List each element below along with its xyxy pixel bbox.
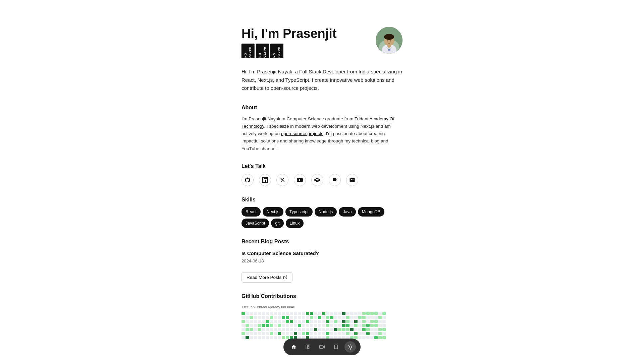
lets-talk-title: Let's Talk — [241, 162, 402, 171]
contrib-cell — [314, 324, 317, 327]
contrib-cell — [262, 328, 265, 331]
contrib-col — [378, 312, 382, 339]
read-more-button[interactable]: Read More Posts — [241, 272, 292, 283]
contrib-cell — [250, 320, 253, 323]
contrib-cell — [342, 312, 345, 315]
contrib-cell — [350, 328, 354, 331]
opensource-link[interactable]: open-source projects — [281, 131, 323, 136]
contrib-col — [370, 312, 374, 339]
contrib-cell — [274, 312, 277, 315]
contrib-cell — [354, 324, 358, 327]
contrib-cell — [322, 320, 325, 323]
email-icon[interactable] — [346, 174, 358, 186]
lets-talk-section: Let's Talk — [241, 162, 402, 186]
contrib-cell — [266, 336, 269, 339]
contrib-cell — [374, 332, 378, 335]
contrib-cell — [318, 328, 321, 331]
linkedin-icon[interactable] — [259, 174, 271, 186]
contrib-cell — [354, 320, 358, 323]
contrib-cell — [294, 320, 297, 323]
contrib-cell — [322, 328, 325, 331]
contrib-cell — [338, 332, 341, 335]
contrib-cell — [334, 312, 337, 315]
contrib-cell — [298, 332, 301, 335]
contrib-cell — [326, 332, 329, 335]
contrib-cell — [241, 316, 245, 319]
contrib-cell — [262, 324, 265, 327]
twitter-x-icon[interactable] — [276, 174, 288, 186]
svg-marker-13 — [323, 346, 325, 348]
github-icon[interactable] — [241, 174, 254, 186]
contrib-cell — [254, 324, 257, 327]
contrib-cell — [270, 328, 273, 331]
contrib-cell — [274, 316, 277, 319]
youtube-icon[interactable] — [294, 174, 306, 186]
contrib-col — [350, 312, 354, 339]
contrib-cell — [366, 328, 370, 331]
codepen-icon[interactable] — [311, 174, 323, 186]
trident-link[interactable]: Trident Academy Of Technology — [241, 116, 394, 129]
contrib-cell — [282, 336, 285, 339]
contrib-cell — [286, 324, 289, 327]
contrib-cell — [330, 328, 333, 331]
video-toolbar-btn[interactable] — [316, 341, 328, 353]
contrib-cell — [302, 332, 305, 335]
coffee-icon[interactable] — [329, 174, 341, 186]
bookmark-toolbar-btn[interactable] — [330, 341, 342, 353]
month-mar: Mar — [261, 304, 267, 310]
skill-mongodb: MongoDB — [358, 207, 385, 217]
contrib-cell — [370, 312, 374, 315]
skill-typescript: Typescript — [285, 207, 313, 217]
contrib-cell — [286, 320, 289, 323]
contrib-cell — [334, 332, 337, 335]
contrib-cell — [370, 336, 374, 339]
month-au: Au — [291, 304, 295, 310]
layout-toolbar-btn[interactable] — [302, 341, 314, 353]
contrib-cell — [282, 320, 285, 323]
main-content: Hi, I'm Prasenjit NO GLYPH NO GLYPH NO G… — [235, 0, 409, 362]
contrib-cell — [270, 312, 273, 315]
contrib-cell — [330, 316, 333, 319]
contrib-cell — [382, 328, 386, 331]
contrib-cell — [314, 332, 317, 335]
contrib-cell — [366, 324, 370, 327]
contrib-cell — [286, 316, 289, 319]
contrib-cell — [314, 328, 317, 331]
header-badge-1: NO GLYPH — [241, 44, 255, 58]
skill-java: Java — [339, 207, 356, 217]
skill-nextjs: Next.js — [263, 207, 283, 217]
contrib-cell — [266, 332, 269, 335]
blog-section: Recent Blog Posts Is Computer Science Sa… — [241, 237, 402, 282]
contrib-cell — [374, 312, 378, 315]
contrib-cell — [322, 332, 325, 335]
contrib-cell — [378, 312, 382, 315]
contrib-cell — [330, 332, 333, 335]
contrib-cell — [310, 328, 313, 331]
svg-line-19 — [352, 349, 352, 349]
contrib-cell — [306, 320, 309, 323]
contrib-cell — [294, 332, 297, 335]
contrib-cell — [290, 328, 293, 331]
contrib-col — [358, 312, 362, 339]
month-may: May — [273, 304, 280, 310]
theme-toolbar-btn[interactable] — [344, 341, 356, 353]
contrib-cell — [326, 320, 329, 323]
contrib-col — [250, 312, 253, 339]
contrib-col — [258, 312, 261, 339]
contrib-cell — [290, 312, 293, 315]
contrib-col — [241, 312, 245, 339]
contrib-col — [310, 312, 313, 339]
contrib-cell — [278, 320, 281, 323]
social-row — [241, 174, 402, 186]
blog-post-date: 2024-06-18 — [241, 258, 402, 265]
contrib-cell — [250, 328, 253, 331]
contrib-cell — [290, 324, 293, 327]
contrib-col — [298, 312, 301, 339]
contrib-cell — [350, 320, 354, 323]
contrib-cell — [358, 336, 362, 339]
about-title: About — [241, 103, 402, 112]
contrib-cell — [294, 316, 297, 319]
contrib-cell — [382, 320, 386, 323]
contrib-cell — [346, 332, 350, 335]
home-toolbar-btn[interactable] — [288, 341, 300, 353]
